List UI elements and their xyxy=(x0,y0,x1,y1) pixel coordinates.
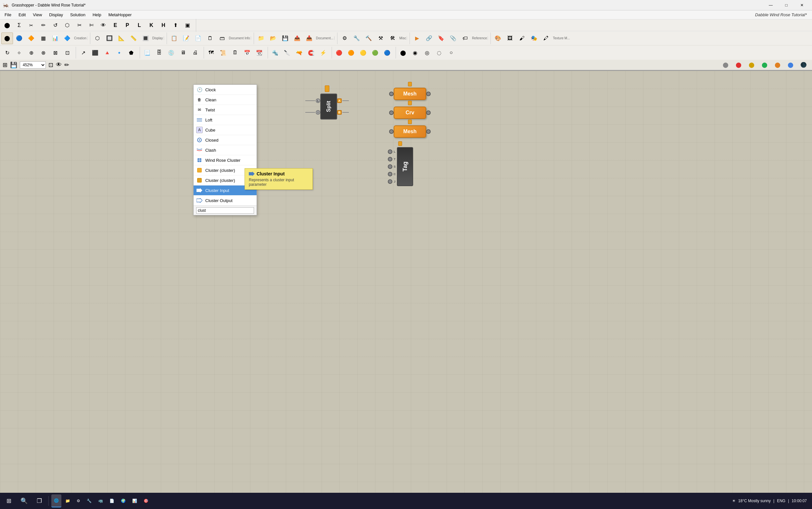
taskbar-app-ppt[interactable]: 📊 xyxy=(130,495,140,507)
comp-icon2-t1[interactable]: ⬤ xyxy=(397,47,409,59)
comp-icon2-doc4[interactable]: 📅 xyxy=(241,47,253,59)
comp-icon-t3[interactable]: 🖌 xyxy=(516,32,528,44)
comp-icon2-3[interactable]: ⊕ xyxy=(25,47,37,59)
comp-icon2-6[interactable]: ⊡ xyxy=(61,47,73,59)
toolbar-icon-pointer[interactable]: ⬤ xyxy=(1,20,13,31)
toolbar-icon-undo[interactable]: ↺ xyxy=(49,20,61,31)
comp-icon2-di4[interactable]: 🖥 xyxy=(177,47,189,59)
menu-item-closed[interactable]: Closed xyxy=(193,135,257,145)
comp-icon-t5[interactable]: 🖍 xyxy=(540,32,552,44)
comp-icon2-r5[interactable]: 🔵 xyxy=(381,47,393,59)
comp-icon2-d1[interactable]: ↗ xyxy=(77,47,89,59)
comp-icon-doc4[interactable]: 📤 xyxy=(291,32,303,44)
comp-icon-4[interactable]: ▦ xyxy=(37,32,49,44)
toolbar-icon-sigma[interactable]: Σ xyxy=(13,20,25,31)
taskbar-app-tool[interactable]: 🔧 xyxy=(84,495,94,507)
comp-icon2-2[interactable]: ⟐ xyxy=(13,47,25,59)
comp-icon2-r4[interactable]: 🟢 xyxy=(369,47,381,59)
menu-metahopper[interactable]: MetaHopper xyxy=(105,11,135,19)
save-icon[interactable]: 💾 xyxy=(10,61,17,69)
comp-icon-d1[interactable]: ⬡ xyxy=(92,32,103,44)
menu-file[interactable]: File xyxy=(1,11,14,19)
comp-icon-t1[interactable]: 🎨 xyxy=(492,32,504,44)
view-control-1[interactable]: ⬤ xyxy=(720,59,732,71)
view-control-6[interactable]: ⬤ xyxy=(785,59,797,71)
comp-icon-r1[interactable]: ▶ xyxy=(411,32,423,44)
toolbar-icon-pen[interactable]: ✏ xyxy=(37,20,49,31)
toolbar-icon-l[interactable]: L xyxy=(134,20,145,31)
comp-icon2-t3[interactable]: ◎ xyxy=(421,47,433,59)
toolbar-icon-k[interactable]: K xyxy=(145,20,157,31)
mesh-node-1[interactable]: Mesh xyxy=(389,88,431,100)
comp-icon-d2[interactable]: 🔲 xyxy=(104,32,115,44)
comp-icon-doc1[interactable]: 📁 xyxy=(255,32,267,44)
toolbar-icon-arrow[interactable]: ⬆ xyxy=(170,20,181,31)
comp-icon-m4[interactable]: ⚒ xyxy=(375,32,387,44)
menu-item-cluster-output[interactable]: Cluster Output xyxy=(193,196,257,206)
comp-icon-1[interactable]: ⬤ xyxy=(1,32,13,44)
menu-item-twist[interactable]: ✉ Twist xyxy=(193,105,257,115)
comp-icon2-t2[interactable]: ◉ xyxy=(409,47,421,59)
comp-icon-2[interactable]: 🔵 xyxy=(13,32,25,44)
comp-icon2-4[interactable]: ⊗ xyxy=(37,47,49,59)
zoom-fit-button[interactable]: ⊡ xyxy=(48,61,53,69)
menu-item-clash[interactable]: Clash xyxy=(193,145,257,155)
view-control-5[interactable]: ⬤ xyxy=(772,59,783,71)
view-mode-icon[interactable]: 👁 xyxy=(56,61,62,68)
comp-icon-3[interactable]: 🔶 xyxy=(25,32,37,44)
comp-icon2-di5[interactable]: 🖨 xyxy=(189,47,201,59)
comp-icon2-m5[interactable]: ⚡ xyxy=(317,47,329,59)
canvas-area[interactable]: L i Split A B xyxy=(0,71,812,499)
comp-icon-di3[interactable]: 📄 xyxy=(192,32,204,44)
comp-icon2-doc2[interactable]: 📜 xyxy=(217,47,229,59)
taskbar-app-pdf[interactable]: 📄 xyxy=(107,495,117,507)
comp-icon2-r3[interactable]: 🟡 xyxy=(357,47,369,59)
comp-icon-doc5[interactable]: 📥 xyxy=(303,32,315,44)
comp-icon-d3[interactable]: 📐 xyxy=(116,32,127,44)
comp-icon2-m1[interactable]: 🔩 xyxy=(269,47,281,59)
menu-edit[interactable]: Edit xyxy=(15,11,29,19)
comp-icon2-doc3[interactable]: 🗓 xyxy=(229,47,241,59)
toolbar-icon-scissors[interactable]: ✂ xyxy=(25,20,37,31)
close-button[interactable]: ✕ xyxy=(795,0,809,10)
comp-icon-r3[interactable]: 🔖 xyxy=(435,32,447,44)
menu-solution[interactable]: Solution xyxy=(67,11,89,19)
crv-node[interactable]: Crv xyxy=(389,106,431,119)
taskbar-app-explorer[interactable]: 📁 xyxy=(63,495,73,507)
edit-mode-icon[interactable]: ✏ xyxy=(64,61,69,69)
comp-icon2-r1[interactable]: 🔴 xyxy=(333,47,345,59)
comp-icon2-m3[interactable]: 🔫 xyxy=(293,47,305,59)
comp-icon2-d4[interactable]: 🔹 xyxy=(113,47,125,59)
comp-icon-di4[interactable]: 🗒 xyxy=(204,32,216,44)
comp-icon2-5[interactable]: ⊠ xyxy=(49,47,61,59)
menu-item-clean[interactable]: 🗑 Clean xyxy=(193,95,257,105)
taskbar-app-chrome[interactable]: 🌍 xyxy=(118,495,128,507)
comp-icon2-d5[interactable]: ⬟ xyxy=(126,47,137,59)
comp-icon-m1[interactable]: ⚙ xyxy=(339,32,350,44)
comp-icon-r4[interactable]: 📎 xyxy=(447,32,459,44)
comp-icon-5[interactable]: 📊 xyxy=(49,32,61,44)
menu-item-clock[interactable]: 🕐 Clock xyxy=(193,85,257,95)
zoom-select[interactable]: 452% 100% 200% 50% xyxy=(20,61,46,69)
search-button[interactable]: 🔍 xyxy=(16,495,32,507)
toolbar-icon-hex[interactable]: ⬡ xyxy=(61,20,73,31)
menu-view[interactable]: View xyxy=(30,11,45,19)
toolbar-icon-eye[interactable]: 👁 xyxy=(98,20,109,31)
comp-icon-d5[interactable]: 🔳 xyxy=(140,32,151,44)
comp-icon-d4[interactable]: 📏 xyxy=(128,32,139,44)
toolbar-icon-e[interactable]: E xyxy=(109,20,121,31)
comp-icon-di2[interactable]: 📝 xyxy=(180,32,192,44)
start-button[interactable]: ⊞ xyxy=(3,495,15,507)
comp-icon-r5[interactable]: 🏷 xyxy=(459,32,471,44)
taskbar-app-rhino[interactable]: 🦏 xyxy=(96,495,106,507)
view-control-7[interactable]: 🌑 xyxy=(798,59,809,71)
comp-icon2-m4[interactable]: 🧲 xyxy=(305,47,317,59)
comp-icon-t2[interactable]: 🖼 xyxy=(504,32,516,44)
minimize-button[interactable]: — xyxy=(763,0,778,10)
comp-icon-di5[interactable]: 🗃 xyxy=(216,32,228,44)
comp-icon-m5[interactable]: 🛠 xyxy=(387,32,398,44)
comp-icon-r2[interactable]: 🔗 xyxy=(423,32,435,44)
task-view-button[interactable]: ❐ xyxy=(33,495,46,507)
comp-icon-t4[interactable]: 🎭 xyxy=(528,32,540,44)
comp-icon2-d3[interactable]: 🔺 xyxy=(101,47,113,59)
